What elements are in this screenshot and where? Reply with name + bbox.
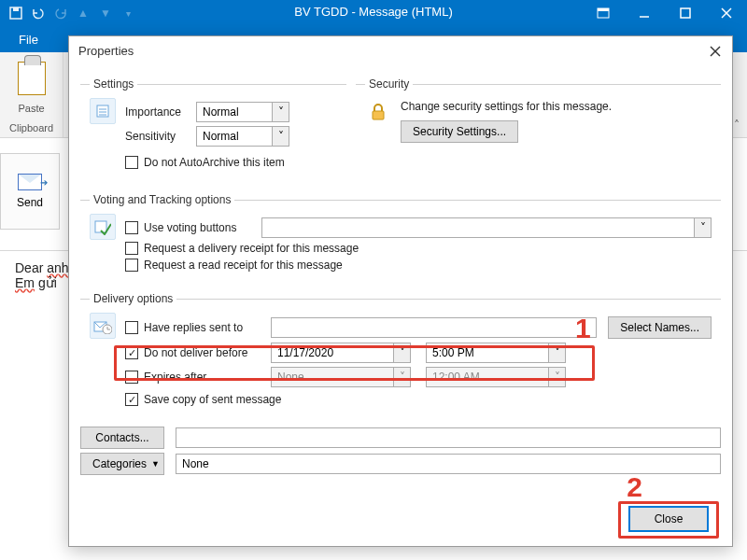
delivery-icon [90,313,116,339]
contacts-input[interactable] [176,427,721,448]
body-text-misspell: Em [15,275,35,290]
properties-dialog: Properties Settings Importance Normal [68,35,733,547]
security-text: Change security settings for this messag… [401,100,712,113]
security-settings-button[interactable]: Security Settings... [401,120,518,143]
maximize-icon[interactable] [665,0,706,26]
next-icon[interactable]: ▼ [95,3,116,23]
redo-icon[interactable] [50,3,71,23]
deliver-time-select[interactable]: 5:00 PM˅ [426,343,566,363]
envelope-icon [18,174,42,190]
expires-label: Expires after [144,371,265,384]
body-text: Dear [15,260,47,275]
dialog-title: Properties [69,36,732,64]
sensitivity-value: Normal [197,130,272,143]
security-legend: Security [365,77,413,91]
importance-label: Importance [125,105,190,119]
paste-label: Paste [18,101,44,116]
replies-input[interactable] [271,317,597,338]
send-label: Send [17,196,43,209]
chevron-down-icon: ˅ [393,343,410,362]
close-window-icon[interactable] [706,0,747,26]
replies-checkbox[interactable] [125,321,138,334]
voting-legend: Voting and Tracking options [90,193,234,206]
contacts-button[interactable]: Contacts... [80,427,164,449]
expires-time-select[interactable]: 12:00 AM˅ [426,367,566,387]
chevron-down-icon: ˅ [548,343,565,362]
ribbon-display-options-icon[interactable] [583,0,624,26]
lock-icon [365,98,391,124]
sensitivity-label: Sensitivity [125,130,190,143]
sensitivity-select[interactable]: Normal ˅ [196,126,289,147]
select-names-button[interactable]: Select Names... [608,316,712,339]
clipboard-group-label: Clipboard [9,120,53,135]
svg-rect-14 [373,111,384,119]
autoarchive-checkbox[interactable] [125,156,138,169]
delivery-receipt-checkbox[interactable] [125,242,138,255]
categories-input[interactable]: None [176,454,721,474]
read-receipt-checkbox[interactable] [125,259,138,272]
expires-date-select[interactable]: None˅ [271,367,411,387]
paste-button[interactable] [18,58,46,95]
body-text-misspell: anh [47,260,68,275]
deliver-before-label: Do not deliver before [144,346,265,359]
close-button[interactable]: Close [629,507,708,531]
save-copy-checkbox[interactable] [125,393,138,406]
send-button[interactable]: ➔ Send [0,153,60,230]
read-receipt-label: Request a read receipt for this message [144,259,343,272]
voting-label: Use voting buttons [144,221,256,234]
voting-checkbox[interactable] [125,221,138,234]
tab-file[interactable]: File [6,27,51,52]
save-copy-label: Save copy of sent message [144,393,281,406]
categories-button[interactable]: Categories ▼ [80,453,164,475]
deliver-before-checkbox[interactable] [125,346,138,359]
svg-rect-5 [681,8,690,18]
chevron-down-icon: ˅ [272,103,289,121]
collapse-ribbon-icon[interactable]: ˄ [734,119,740,132]
delivery-receipt-label: Request a delivery receipt for this mess… [144,242,359,255]
chevron-down-icon: ˅ [272,127,289,146]
delivery-legend: Delivery options [90,292,176,305]
expires-checkbox[interactable] [125,371,138,384]
dialog-close-icon[interactable] [702,40,728,63]
replies-label: Have replies sent to [144,321,265,334]
minimize-icon[interactable] [624,0,665,26]
settings-icon [90,98,116,124]
prev-icon[interactable]: ▲ [73,3,93,23]
autoarchive-label: Do not AutoArchive this item [144,156,285,169]
body-text: gửi [35,275,57,290]
svg-rect-3 [598,8,609,11]
deliver-date-select[interactable]: 11/17/2020˅ [271,343,411,363]
voting-buttons-select[interactable]: ˅ [261,217,712,238]
send-arrow-icon: ➔ [40,177,48,188]
chevron-down-icon: ▼ [151,459,160,469]
chevron-down-icon: ˅ [548,368,565,386]
importance-value: Normal [197,105,272,119]
chevron-down-icon: ˅ [694,218,711,237]
ribbon-group-clipboard: Paste Clipboard [0,52,63,137]
tracking-icon [90,214,116,240]
chevron-down-icon: ˅ [393,368,410,386]
quick-access-toolbar: ▲ ▼ ▾ [0,3,138,23]
svg-rect-1 [13,7,19,11]
importance-select[interactable]: Normal ˅ [196,102,289,122]
clipboard-icon [18,62,46,95]
undo-icon[interactable] [28,3,49,23]
save-icon[interactable] [6,3,26,23]
settings-legend: Settings [90,77,137,91]
qat-dropdown-icon[interactable]: ▾ [118,3,138,23]
app-titlebar: ▲ ▼ ▾ BV TGDD - Message (HTML) [0,0,747,26]
